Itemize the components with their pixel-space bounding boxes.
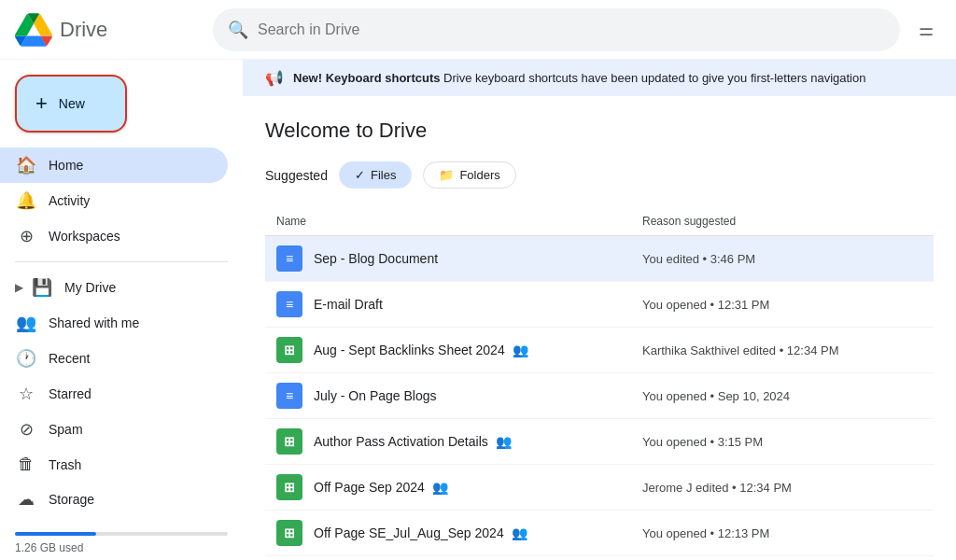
sidebar-item-trash-label: Trash [49, 457, 81, 472]
page-title: Welcome to Drive [265, 119, 934, 143]
table-row[interactable]: ≡ E-mail Draft You opened • 12:31 PM [265, 282, 934, 328]
file-name-area: Off Page SE_Jul_Aug_Sep 2024 👥 [314, 525, 642, 540]
shared-users-icon: 👥 [432, 480, 448, 495]
shared-users-icon: 👥 [513, 343, 528, 357]
sidebar-item-storage-label: Storage [49, 492, 94, 507]
file-type-icon: ⊞ [276, 337, 302, 363]
file-list: ≡ Sep - Blog Document You edited • 3:46 … [265, 236, 934, 556]
table-header: Name Reason suggested [265, 207, 934, 236]
new-button-wrapper: + New [0, 67, 243, 147]
file-name-area: Off Page Sep 2024 👥 [314, 480, 642, 495]
activity-icon: 🔔 [15, 190, 37, 211]
file-type-icon: ⊞ [276, 474, 302, 500]
file-name-area: Author Pass Activation Details 👥 [314, 434, 642, 449]
sidebar-item-starred-label: Starred [49, 386, 91, 401]
logo-area: Drive [15, 11, 202, 49]
file-reason: You opened • 12:13 PM [642, 526, 922, 540]
file-name: Off Page SE_Jul_Aug_Sep 2024 [314, 525, 504, 540]
sidebar-item-activity[interactable]: 🔔 Activity [0, 183, 228, 218]
file-type-icon: ≡ [276, 383, 302, 409]
home-icon: 🏠 [15, 155, 37, 175]
file-name-area: Sep - Blog Document [314, 251, 642, 266]
filters-bar: Suggested ✓ Files 📁 Folders [265, 161, 934, 189]
storage-info: 1.26 GB used [0, 517, 243, 560]
sidebar-item-my-drive-label: My Drive [64, 280, 116, 295]
table-row[interactable]: ⊞ Aug - Sept Backlinks Sheet 2024 👥 Kart… [265, 328, 934, 373]
storage-bar [15, 532, 228, 536]
main-content: 📢 New! Keyboard shortcuts Drive keyboard… [243, 60, 956, 560]
sidebar-item-recent-label: Recent [49, 351, 90, 366]
notification-icon: 📢 [265, 69, 284, 87]
table-row[interactable]: ⊞ Off Page Sep 2024 👥 Jerome J edited • … [265, 465, 934, 511]
file-type-icon: ⊞ [276, 428, 302, 455]
logo-text: Drive [60, 18, 107, 42]
table-row[interactable]: ≡ July - On Page Blogs You opened • Sep … [265, 373, 934, 419]
filter-sliders-icon[interactable]: ⚌ [911, 12, 941, 48]
sidebar-item-starred[interactable]: ☆ Starred [0, 376, 228, 412]
sidebar-item-home-label: Home [49, 158, 83, 173]
sidebar-item-storage[interactable]: ☁ Storage [0, 482, 228, 517]
sidebar-item-my-drive[interactable]: ▶ 💾 My Drive [0, 270, 228, 305]
trash-icon: 🗑 [15, 455, 37, 474]
file-reason: Jerome J edited • 12:34 PM [642, 481, 922, 495]
sidebar-item-activity-label: Activity [49, 193, 90, 208]
starred-icon: ☆ [15, 384, 37, 404]
workspaces-icon: ⊕ [15, 226, 37, 246]
file-type-icon: ⊞ [276, 520, 302, 546]
table-row[interactable]: ⊞ Author Pass Activation Details 👥 You o… [265, 419, 934, 465]
filter-folders-label: Folders [459, 168, 499, 182]
sidebar: + New 🏠 Home 🔔 Activity ⊕ Workspaces ▶ 💾… [0, 60, 243, 560]
sidebar-item-trash[interactable]: 🗑 Trash [0, 447, 228, 482]
file-name: July - On Page Blogs [314, 388, 437, 403]
notification-text: New! Keyboard shortcuts Drive keyboard s… [293, 71, 865, 85]
content-area: Welcome to Drive Suggested ✓ Files 📁 Fol… [243, 96, 956, 556]
recent-icon: 🕐 [15, 348, 37, 369]
shared-users-icon: 👥 [512, 525, 527, 540]
storage-bar-fill [15, 532, 96, 536]
filter-folders-button[interactable]: 📁 Folders [423, 161, 515, 189]
new-button-label: New [59, 96, 85, 111]
file-name: Author Pass Activation Details [314, 434, 488, 449]
file-reason: Karthika Sakthivel edited • 12:34 PM [642, 343, 922, 357]
col-name-header: Name [276, 215, 642, 228]
table-row[interactable]: ⊞ Off Page SE_Jul_Aug_Sep 2024 👥 You ope… [265, 511, 934, 556]
sidebar-item-workspaces[interactable]: ⊕ Workspaces [0, 218, 228, 254]
new-button[interactable]: + New [15, 75, 127, 133]
sidebar-item-recent[interactable]: 🕐 Recent [0, 341, 228, 376]
file-name-area: Aug - Sept Backlinks Sheet 2024 👥 [314, 343, 642, 357]
file-name-area: July - On Page Blogs [314, 388, 642, 403]
sidebar-divider [15, 261, 228, 262]
expand-icon: ▶ [15, 281, 23, 294]
drive-logo-icon [15, 11, 52, 49]
sidebar-item-workspaces-label: Workspaces [49, 229, 120, 244]
file-name: E-mail Draft [314, 297, 383, 312]
file-name: Aug - Sept Backlinks Sheet 2024 [314, 343, 505, 357]
sidebar-item-spam[interactable]: ⊘ Spam [0, 412, 228, 447]
shared-icon: 👥 [15, 313, 37, 333]
search-bar[interactable]: 🔍 [213, 8, 900, 51]
search-input[interactable] [258, 21, 885, 38]
sidebar-item-home[interactable]: 🏠 Home [0, 147, 228, 183]
notification-bold: New! Keyboard shortcuts [293, 71, 440, 85]
folder-icon: 📁 [439, 168, 454, 182]
sidebar-item-shared-label: Shared with me [49, 315, 139, 330]
sidebar-item-shared[interactable]: 👥 Shared with me [0, 305, 228, 341]
storage-text: 1.26 GB used [15, 541, 228, 554]
file-type-icon: ≡ [276, 291, 302, 317]
header: Drive 🔍 ⚌ [0, 0, 956, 60]
file-name: Sep - Blog Document [314, 251, 438, 266]
my-drive-icon: 💾 [31, 277, 53, 298]
file-reason: You edited • 3:46 PM [642, 252, 922, 266]
file-type-icon: ≡ [276, 245, 302, 272]
table-row[interactable]: ≡ Sep - Blog Document You edited • 3:46 … [265, 236, 934, 282]
file-reason: You opened • 3:15 PM [642, 435, 922, 449]
file-name-area: E-mail Draft [314, 297, 642, 312]
col-reason-header: Reason suggested [642, 215, 922, 228]
filter-files-button[interactable]: ✓ Files [339, 161, 412, 189]
storage-icon: ☁ [15, 489, 37, 510]
file-reason: You opened • 12:31 PM [642, 298, 922, 312]
sidebar-item-spam-label: Spam [49, 422, 83, 437]
notification-bar: 📢 New! Keyboard shortcuts Drive keyboard… [243, 60, 956, 96]
layout: + New 🏠 Home 🔔 Activity ⊕ Workspaces ▶ 💾… [0, 60, 956, 560]
search-icon: 🔍 [228, 20, 248, 40]
